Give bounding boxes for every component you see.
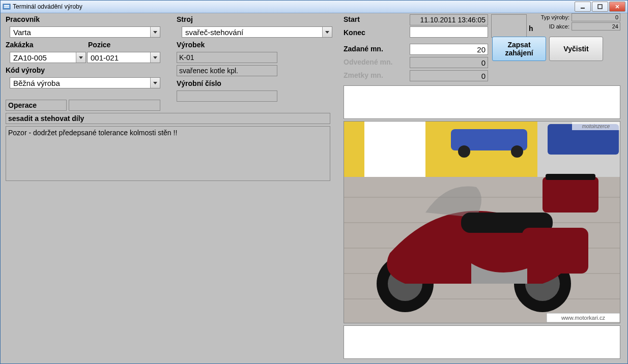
svg-rect-26 xyxy=(543,177,598,213)
zakazka-combo[interactable]: ZA10-005 xyxy=(10,52,86,63)
svg-rect-3 xyxy=(581,8,585,9)
label-pracovnik: Pracovník xyxy=(6,15,40,23)
zakazka-value: ZA10-005 xyxy=(10,53,76,62)
label-typ-vyroby: Typ výroby: xyxy=(539,14,569,20)
chevron-down-icon xyxy=(76,52,85,63)
kod-vyroby-value: Běžná výroba xyxy=(10,79,150,87)
label-kod-vyroby: Kód výroby xyxy=(6,66,45,74)
operace-field xyxy=(69,100,160,111)
svg-rect-9 xyxy=(364,121,425,177)
vycistit-button[interactable]: Vyčistit xyxy=(549,37,603,61)
label-odvedene: Odvedené mn. xyxy=(344,58,392,66)
chevron-down-icon xyxy=(150,78,160,88)
label-vyrobek: Výrobek xyxy=(177,41,205,49)
zadane-field[interactable]: 20 xyxy=(410,44,488,55)
pracovnik-combo[interactable]: Varta xyxy=(10,26,160,38)
pozice-combo[interactable]: 001-021 xyxy=(87,52,160,63)
label-pozice: Pozice xyxy=(88,41,110,49)
svg-rect-4 xyxy=(598,5,602,9)
vyrobek-value: K-01 xyxy=(179,53,194,62)
svg-text:motoinzerce: motoinzerce xyxy=(582,124,610,129)
label-zakazka: Zakázka xyxy=(6,41,33,49)
svg-text:www.motorkari.cz: www.motorkari.cz xyxy=(561,315,606,321)
label-h: h xyxy=(529,24,533,33)
label-id-akce: ID akce: xyxy=(539,23,569,29)
vyrobni-cislo-field[interactable] xyxy=(177,90,277,102)
label-vyrobni-cislo: Výrobní číslo xyxy=(177,79,221,87)
label-zmetky: Zmetky mn. xyxy=(344,71,383,79)
image-frame-main: www.motorkari.cz motoinzerce xyxy=(344,121,620,323)
svg-point-13 xyxy=(511,145,523,158)
chevron-down-icon xyxy=(150,52,160,63)
kod-vyroby-combo[interactable]: Běžná výroba xyxy=(10,77,160,88)
svg-rect-27 xyxy=(546,174,595,180)
zapsat-label: Zapsatzahájení xyxy=(505,41,533,57)
operation-name-box: sesadit a stehovat díly xyxy=(6,113,330,124)
zapsat-button[interactable]: Zapsatzahájení xyxy=(492,37,546,61)
svg-rect-2 xyxy=(4,7,9,8)
note-text: Pozor - dodržet předepsané tolerance kol… xyxy=(8,129,177,137)
start-value: 11.10.2011 13:46:05 xyxy=(410,14,488,25)
maximize-button[interactable] xyxy=(592,2,608,12)
app-window: Terminál odvádění výroby Pracovník Varta… xyxy=(0,0,628,364)
app-icon xyxy=(3,3,11,11)
vyrobek-desc-field: svařenec kotle kpl. xyxy=(177,65,277,76)
svg-rect-28 xyxy=(522,228,588,274)
window-controls xyxy=(574,2,625,12)
minimize-button[interactable] xyxy=(575,2,591,12)
hours-box xyxy=(491,14,527,38)
image-frame-top xyxy=(344,85,620,119)
label-start: Start xyxy=(344,15,360,23)
zmetky-field: 0 xyxy=(410,70,488,81)
vycistit-label: Vyčistit xyxy=(563,45,588,53)
chevron-down-icon xyxy=(322,27,332,37)
label-operace: Operace xyxy=(8,101,37,109)
label-stroj: Stroj xyxy=(177,15,193,23)
label-konec: Konec xyxy=(344,28,365,37)
operation-name: sesadit a stehovat díly xyxy=(8,114,84,123)
window-title: Terminál odvádění výroby xyxy=(13,3,574,10)
stroj-combo[interactable]: svařeč-stehování xyxy=(182,26,332,38)
typ-vyroby-value: 0 xyxy=(572,13,620,21)
chevron-down-icon xyxy=(150,27,160,37)
form-body: Pracovník Varta Stroj svařeč-stehování Z… xyxy=(1,13,627,364)
pracovnik-value: Varta xyxy=(10,28,150,37)
svg-point-12 xyxy=(458,145,470,158)
titlebar: Terminál odvádění výroby xyxy=(1,1,627,13)
svg-rect-1 xyxy=(4,5,9,6)
stroj-value: svařeč-stehování xyxy=(182,28,322,37)
pozice-value: 001-021 xyxy=(88,53,150,62)
zadane-value: 20 xyxy=(477,45,486,54)
label-zadane: Zadané mn. xyxy=(344,45,383,53)
id-akce-value: 24 xyxy=(572,22,620,31)
image-frame-bottom xyxy=(344,325,620,359)
vyrobek-desc-value: svařenec kotle kpl. xyxy=(179,67,238,75)
close-button[interactable] xyxy=(609,2,625,12)
label-operace-box: Operace xyxy=(6,100,67,111)
vyrobek-field: K-01 xyxy=(177,52,277,63)
product-image: www.motorkari.cz motoinzerce xyxy=(344,121,620,323)
konec-field[interactable] xyxy=(410,26,488,38)
note-box: Pozor - dodržet předepsané tolerance kol… xyxy=(6,126,330,181)
odvedene-field: 0 xyxy=(410,57,488,68)
